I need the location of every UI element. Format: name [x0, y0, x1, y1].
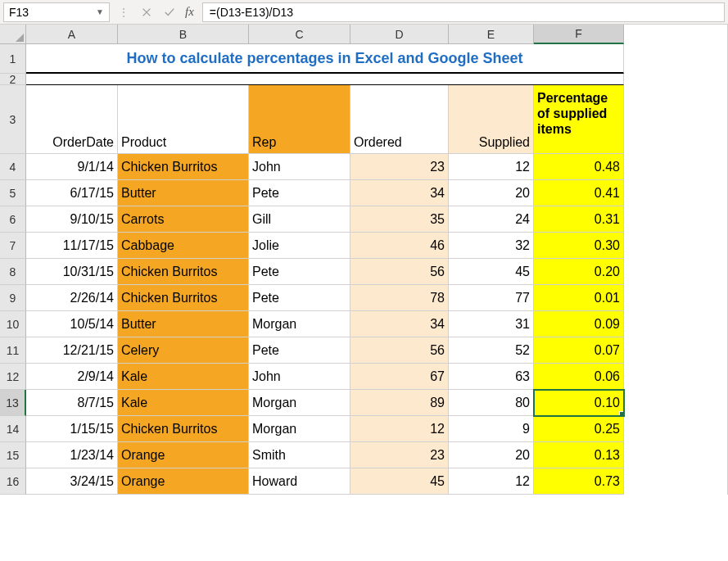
cell-product-15[interactable]: Orange: [118, 442, 249, 468]
row-header-1[interactable]: 1: [0, 44, 26, 74]
col-header-E[interactable]: E: [449, 25, 534, 44]
row-header-14[interactable]: 14: [0, 416, 26, 442]
name-box[interactable]: F13 ▼: [3, 2, 110, 22]
cell-product-11[interactable]: Celery: [118, 337, 249, 364]
row-2-merge[interactable]: [26, 74, 624, 85]
row-header-13[interactable]: 13: [0, 390, 26, 416]
cell-date-4[interactable]: 9/1/14: [26, 154, 118, 180]
col-header-D[interactable]: D: [350, 25, 449, 44]
cell-rep-8[interactable]: Pete: [249, 259, 350, 285]
row-header-12[interactable]: 12: [0, 364, 26, 390]
cell-ordered-15[interactable]: 23: [350, 442, 449, 468]
header-percentage[interactable]: Percentage of supplied items: [534, 85, 624, 154]
cell-supplied-13[interactable]: 80: [449, 390, 534, 416]
cell-pct-8[interactable]: 0.20: [534, 259, 624, 285]
row-header-5[interactable]: 5: [0, 180, 26, 206]
header-rep[interactable]: Rep: [249, 85, 350, 154]
cell-date-12[interactable]: 2/9/14: [26, 364, 118, 390]
cell-pct-9[interactable]: 0.01: [534, 285, 624, 311]
cell-ordered-4[interactable]: 23: [350, 154, 449, 180]
cell-ordered-7[interactable]: 46: [350, 233, 449, 259]
spreadsheet-grid[interactable]: ABCDEF1How to calculate percentages in E…: [0, 25, 728, 495]
row-header-3[interactable]: 3: [0, 85, 26, 154]
header-orderdate[interactable]: OrderDate: [26, 85, 118, 154]
cell-supplied-15[interactable]: 20: [449, 442, 534, 468]
cell-product-8[interactable]: Chicken Burritos: [118, 259, 249, 285]
cell-product-5[interactable]: Butter: [118, 180, 249, 206]
cell-rep-7[interactable]: Jolie: [249, 233, 350, 259]
cell-pct-14[interactable]: 0.25: [534, 416, 624, 442]
cell-date-9[interactable]: 2/26/14: [26, 285, 118, 311]
row-header-9[interactable]: 9: [0, 285, 26, 311]
cell-date-14[interactable]: 1/15/15: [26, 416, 118, 442]
cell-ordered-8[interactable]: 56: [350, 259, 449, 285]
formula-input[interactable]: =(D13-E13)/D13: [202, 2, 725, 22]
cell-supplied-6[interactable]: 24: [449, 206, 534, 233]
row-header-8[interactable]: 8: [0, 259, 26, 285]
cell-rep-9[interactable]: Pete: [249, 285, 350, 311]
cell-supplied-9[interactable]: 77: [449, 285, 534, 311]
cell-supplied-11[interactable]: 52: [449, 337, 534, 364]
cell-rep-11[interactable]: Pete: [249, 337, 350, 364]
cell-pct-15[interactable]: 0.13: [534, 442, 624, 468]
col-header-F[interactable]: F: [534, 25, 624, 44]
cell-ordered-5[interactable]: 34: [350, 180, 449, 206]
cell-pct-16[interactable]: 0.73: [534, 468, 624, 495]
row-header-10[interactable]: 10: [0, 311, 26, 337]
cell-product-16[interactable]: Orange: [118, 468, 249, 495]
cell-product-9[interactable]: Chicken Burritos: [118, 285, 249, 311]
cell-rep-16[interactable]: Howard: [249, 468, 350, 495]
row-header-11[interactable]: 11: [0, 337, 26, 364]
cell-rep-4[interactable]: John: [249, 154, 350, 180]
row-header-4[interactable]: 4: [0, 154, 26, 180]
check-icon[interactable]: [161, 3, 179, 21]
cell-pct-12[interactable]: 0.06: [534, 364, 624, 390]
title-cell[interactable]: How to calculate percentages in Excel an…: [26, 44, 624, 74]
cell-product-13[interactable]: Kale: [118, 390, 249, 416]
cell-pct-6[interactable]: 0.31: [534, 206, 624, 233]
col-header-B[interactable]: B: [118, 25, 249, 44]
cell-supplied-14[interactable]: 9: [449, 416, 534, 442]
cell-date-5[interactable]: 6/17/15: [26, 180, 118, 206]
cell-ordered-11[interactable]: 56: [350, 337, 449, 364]
cell-pct-13[interactable]: 0.10: [534, 390, 624, 416]
cell-date-16[interactable]: 3/24/15: [26, 468, 118, 495]
cell-rep-15[interactable]: Smith: [249, 442, 350, 468]
cell-product-4[interactable]: Chicken Burritos: [118, 154, 249, 180]
cell-pct-7[interactable]: 0.30: [534, 233, 624, 259]
cell-date-15[interactable]: 1/23/14: [26, 442, 118, 468]
cell-product-14[interactable]: Chicken Burritos: [118, 416, 249, 442]
cell-date-7[interactable]: 11/17/15: [26, 233, 118, 259]
header-ordered[interactable]: Ordered: [350, 85, 449, 154]
cell-product-12[interactable]: Kale: [118, 364, 249, 390]
row-header-6[interactable]: 6: [0, 206, 26, 233]
cell-supplied-10[interactable]: 31: [449, 311, 534, 337]
fx-icon[interactable]: fx: [183, 5, 197, 19]
header-supplied[interactable]: Supplied: [449, 85, 534, 154]
cell-rep-6[interactable]: Gill: [249, 206, 350, 233]
cell-rep-14[interactable]: Morgan: [249, 416, 350, 442]
cell-date-13[interactable]: 8/7/15: [26, 390, 118, 416]
cell-supplied-16[interactable]: 12: [449, 468, 534, 495]
cell-pct-11[interactable]: 0.07: [534, 337, 624, 364]
chevron-down-icon[interactable]: ▼: [96, 7, 104, 16]
row-header-16[interactable]: 16: [0, 468, 26, 495]
select-all-corner[interactable]: [0, 25, 26, 44]
cell-rep-13[interactable]: Morgan: [249, 390, 350, 416]
row-header-7[interactable]: 7: [0, 233, 26, 259]
cell-rep-5[interactable]: Pete: [249, 180, 350, 206]
cell-product-7[interactable]: Cabbage: [118, 233, 249, 259]
cell-ordered-13[interactable]: 89: [350, 390, 449, 416]
col-header-C[interactable]: C: [249, 25, 350, 44]
cell-supplied-8[interactable]: 45: [449, 259, 534, 285]
cell-ordered-16[interactable]: 45: [350, 468, 449, 495]
row-header-2[interactable]: 2: [0, 74, 26, 85]
cell-ordered-9[interactable]: 78: [350, 285, 449, 311]
cell-date-10[interactable]: 10/5/14: [26, 311, 118, 337]
row-header-15[interactable]: 15: [0, 442, 26, 468]
cell-supplied-4[interactable]: 12: [449, 154, 534, 180]
cell-date-11[interactable]: 12/21/15: [26, 337, 118, 364]
cell-ordered-12[interactable]: 67: [350, 364, 449, 390]
cell-pct-10[interactable]: 0.09: [534, 311, 624, 337]
cell-pct-4[interactable]: 0.48: [534, 154, 624, 180]
